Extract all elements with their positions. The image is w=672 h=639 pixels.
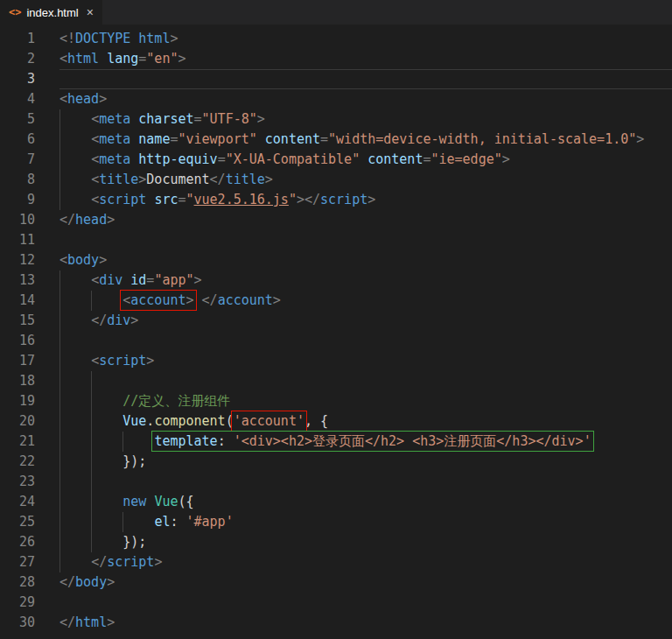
code-line[interactable]: 20 Vue.component('account', {	[0, 411, 672, 432]
code-line[interactable]: 4<head>	[0, 89, 672, 109]
line-number: 27	[0, 552, 35, 572]
code-line[interactable]: 19 //定义、注册组件	[0, 391, 672, 411]
code-line[interactable]: 12<body>	[0, 250, 672, 270]
code-line[interactable]: 28</body>	[0, 572, 672, 593]
line-number: 7	[0, 150, 35, 170]
red-annotation-box: <account>	[122, 292, 193, 308]
line-number: 14	[0, 291, 35, 311]
line-number: 17	[0, 351, 35, 371]
code-line[interactable]: 24 new Vue({	[0, 492, 672, 512]
indent-guide	[91, 371, 92, 391]
line-number: 6	[0, 130, 35, 150]
code-line[interactable]: 2<html lang="en">	[0, 49, 672, 69]
code-line[interactable]: 26 });	[0, 532, 672, 552]
code-line[interactable]: 13 <div id="app">	[0, 270, 672, 291]
code-line[interactable]: 3	[0, 69, 672, 89]
code-line[interactable]: 14 <account> </account>	[0, 291, 672, 311]
code-line[interactable]: 18	[0, 371, 672, 391]
indent-guide	[91, 472, 92, 492]
line-number: 15	[0, 311, 35, 331]
code-line[interactable]: 8 <title>Document</title>	[0, 170, 672, 190]
line-number: 20	[0, 411, 35, 432]
tab-index-html[interactable]: <> index.html ×	[0, 0, 102, 25]
vscode-window: <> index.html × 1<!DOCTYPE html>2<html l…	[0, 0, 672, 639]
close-tab-icon[interactable]: ×	[87, 6, 94, 18]
line-number: 21	[0, 432, 35, 452]
code-line[interactable]: 30</html>	[0, 613, 672, 633]
code-line[interactable]: 29	[0, 593, 672, 613]
line-number: 4	[0, 89, 35, 109]
line-number: 5	[0, 109, 35, 130]
line-number: 11	[0, 230, 35, 250]
html-file-icon: <>	[9, 6, 21, 18]
line-number: 22	[0, 452, 35, 472]
tab-title: index.html	[26, 6, 78, 19]
line-number: 23	[0, 472, 35, 492]
tab-bar: <> index.html ×	[0, 0, 672, 25]
code-line[interactable]: 15 </div>	[0, 311, 672, 331]
line-number: 30	[0, 613, 35, 633]
code-line[interactable]: 21 template: '<div><h2>登录页面</h2> <h3>注册页…	[0, 432, 672, 452]
line-number: 28	[0, 572, 35, 593]
line-number: 18	[0, 371, 35, 391]
indent-guide	[60, 472, 60, 492]
green-annotation-box: template: '<div><h2>登录页面</h2> <h3>注册页面</…	[154, 433, 591, 449]
code-line[interactable]: 25 el: '#app'	[0, 512, 672, 532]
code-line[interactable]: 1<!DOCTYPE html>	[0, 29, 672, 49]
line-number: 9	[0, 190, 35, 210]
line-number: 25	[0, 512, 35, 532]
code-area[interactable]: 1<!DOCTYPE html>2<html lang="en">34<head…	[0, 29, 672, 633]
code-line[interactable]: 11	[0, 230, 672, 250]
line-number: 8	[0, 170, 35, 190]
code-line[interactable]: 5 <meta charset="UTF-8">	[0, 109, 672, 130]
code-line[interactable]: 6 <meta name="viewport" content="width=d…	[0, 130, 672, 150]
line-number: 10	[0, 210, 35, 230]
line-number: 19	[0, 391, 35, 411]
line-number: 24	[0, 492, 35, 512]
code-line[interactable]: 23	[0, 472, 672, 492]
code-line[interactable]: 9 <script src="vue2.5.16.js"></script>	[0, 190, 672, 210]
code-line[interactable]: 27 </script>	[0, 552, 672, 572]
editor[interactable]: 1<!DOCTYPE html>2<html lang="en">34<head…	[0, 25, 672, 633]
line-number: 2	[0, 49, 35, 69]
line-number: 29	[0, 593, 35, 613]
code-line[interactable]: 10</head>	[0, 210, 672, 230]
line-number: 12	[0, 250, 35, 270]
code-line[interactable]: 22 });	[0, 452, 672, 472]
code-line[interactable]: 7 <meta http-equiv="X-UA-Compatible" con…	[0, 150, 672, 170]
indent-guide	[60, 371, 60, 391]
code-line[interactable]: 17 <script>	[0, 351, 672, 371]
line-number: 16	[0, 331, 35, 351]
line-number: 1	[0, 29, 35, 49]
red-annotation-box: 'account'	[234, 413, 304, 429]
line-number: 26	[0, 532, 35, 552]
line-number: 3	[0, 69, 35, 89]
code-line[interactable]: 16	[0, 331, 672, 351]
indent-guide	[60, 331, 60, 351]
line-number: 13	[0, 270, 35, 291]
